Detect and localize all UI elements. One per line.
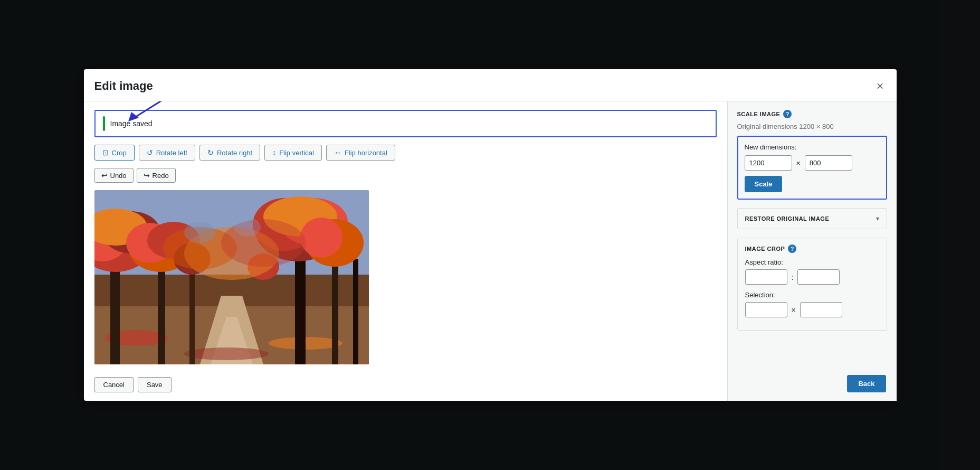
scale-section-header: SCALE IMAGE ? <box>737 110 887 118</box>
rotate-right-icon: ↻ <box>207 148 214 157</box>
svg-point-28 <box>300 218 342 258</box>
crop-section-header: IMAGE CROP ? <box>745 245 879 253</box>
modal-header: Edit image × <box>84 69 897 101</box>
modal-footer: Cancel Save <box>94 372 717 392</box>
original-dimensions: Original dimensions 1200 × 800 <box>737 123 887 130</box>
svg-rect-14 <box>353 259 358 364</box>
aspect-ratio-width-input[interactable] <box>745 269 787 285</box>
height-input[interactable] <box>805 155 852 171</box>
toolbar: ⊡ Crop ↺ Rotate left ↻ Rotate right ↕ Fl… <box>94 145 717 161</box>
cancel-button[interactable]: Cancel <box>94 377 134 392</box>
scale-box: New dimensions: × Scale <box>737 136 887 200</box>
scale-help-icon[interactable]: ? <box>783 110 792 118</box>
edit-image-modal: Edit image × Image saved <box>84 69 897 401</box>
svg-point-33 <box>221 219 306 267</box>
aspect-ratio-separator: : <box>792 273 794 281</box>
crop-section: IMAGE CROP ? Aspect ratio: : Selection: … <box>737 238 887 331</box>
notification-bar: Image saved <box>94 110 717 137</box>
flip-vertical-button[interactable]: ↕ Flip vertical <box>264 145 322 161</box>
svg-point-34 <box>184 222 216 243</box>
dimension-x-separator: × <box>796 159 801 167</box>
undo-icon: ↩ <box>101 171 108 180</box>
flip-horizontal-icon: ↔ <box>334 148 341 157</box>
scale-image-section: SCALE IMAGE ? Original dimensions 1200 ×… <box>737 110 887 200</box>
rotate-left-button[interactable]: ↺ Rotate left <box>139 145 195 161</box>
redo-icon: ↪ <box>144 171 150 180</box>
selection-row: × <box>745 302 879 317</box>
crop-icon: ⊡ <box>102 148 109 157</box>
sidebar: SCALE IMAGE ? Original dimensions 1200 ×… <box>728 101 897 401</box>
scale-title: SCALE IMAGE <box>737 111 781 117</box>
crop-title: IMAGE CROP <box>745 246 785 252</box>
aspect-ratio-row: : <box>745 269 879 285</box>
notification-accent-bar <box>103 116 105 131</box>
selection-label: Selection: <box>745 291 879 299</box>
selection-separator: × <box>792 306 796 314</box>
dimensions-row: × <box>745 155 880 171</box>
restore-title: RESTORE ORIGINAL IMAGE <box>745 215 830 222</box>
svg-rect-15 <box>189 264 195 364</box>
aspect-ratio-height-input[interactable] <box>797 269 840 285</box>
new-dimensions-label: New dimensions: <box>745 143 880 151</box>
selection-height-input[interactable] <box>800 302 842 317</box>
modal-title: Edit image <box>94 79 153 93</box>
svg-line-0 <box>132 101 196 119</box>
close-button[interactable]: × <box>874 78 886 95</box>
main-area: Image saved ⊡ Crop ↺ Rotate lef <box>84 101 728 401</box>
redo-button[interactable]: ↪ Redo <box>137 168 176 183</box>
edit-image <box>94 190 369 364</box>
save-button[interactable]: Save <box>138 377 172 392</box>
restore-section[interactable]: RESTORE ORIGINAL IMAGE ▾ <box>737 208 887 229</box>
selection-width-input[interactable] <box>745 302 787 317</box>
image-container <box>94 190 717 364</box>
crop-help-icon[interactable]: ? <box>788 245 796 253</box>
aspect-ratio-label: Aspect ratio: <box>745 258 879 266</box>
svg-point-9 <box>184 347 269 360</box>
rotate-left-icon: ↺ <box>147 148 153 157</box>
crop-button[interactable]: ⊡ Crop <box>94 145 135 161</box>
width-input[interactable] <box>745 155 792 171</box>
scale-button[interactable]: Scale <box>745 176 783 192</box>
modal-body: Image saved ⊡ Crop ↺ Rotate lef <box>84 101 897 401</box>
rotate-right-button[interactable]: ↻ Rotate right <box>199 145 260 161</box>
notification-text: Image saved <box>110 119 153 128</box>
flip-vertical-icon: ↕ <box>272 148 276 157</box>
undo-redo-bar: ↩ Undo ↪ Redo <box>94 168 717 183</box>
back-button[interactable]: Back <box>847 375 886 392</box>
undo-button[interactable]: ↩ Undo <box>94 168 134 183</box>
flip-horizontal-button[interactable]: ↔ Flip horizontal <box>326 145 395 161</box>
svg-point-35 <box>234 218 261 237</box>
modal-overlay: Edit image × Image saved <box>0 0 980 470</box>
restore-chevron-icon: ▾ <box>876 215 879 222</box>
